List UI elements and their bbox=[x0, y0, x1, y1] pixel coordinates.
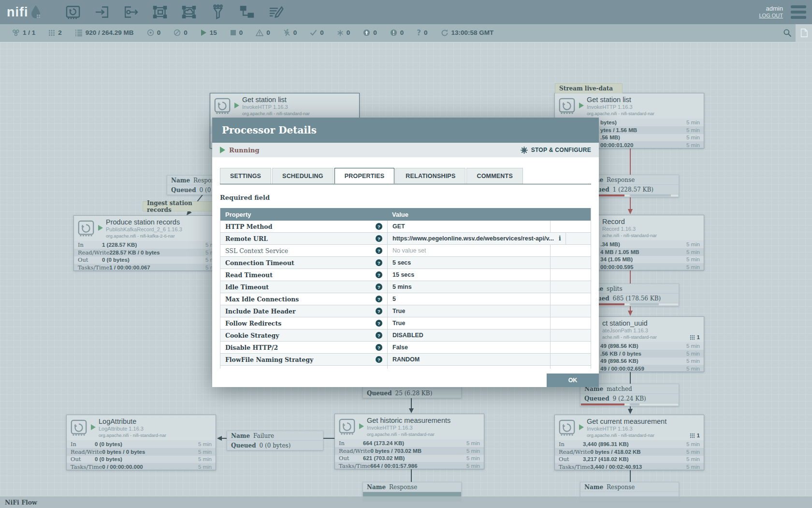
locally-modified-icon bbox=[337, 30, 344, 36]
label-tool-icon[interactable] bbox=[267, 2, 285, 22]
threads-grid-icon bbox=[48, 30, 55, 36]
processor-stat-row: Read/Write228.57 KB / 0 bytes5 min bbox=[74, 249, 223, 256]
value-column-header: Value bbox=[387, 211, 591, 218]
funnel-tool-icon[interactable] bbox=[209, 2, 227, 22]
current-user: admin bbox=[759, 5, 783, 13]
info-icon[interactable]: i bbox=[559, 235, 561, 242]
tab-comments[interactable]: COMMENTS bbox=[466, 168, 523, 184]
property-row: Cookie Strategy ? DISABLED bbox=[220, 329, 591, 342]
processor-tool-icon[interactable] bbox=[64, 2, 82, 22]
processor-stat-row: Tasks/Time0 / 00:00:00.0005 min bbox=[67, 463, 216, 471]
connection-label-row: Queued25 (6.28 KB) bbox=[363, 388, 461, 398]
active-threads-status: 2 bbox=[48, 29, 62, 36]
output-port-tool-icon[interactable] bbox=[122, 2, 140, 22]
property-row: FlowFile Naming Strategy ? RANDOM bbox=[220, 354, 591, 366]
running-indicator-icon bbox=[98, 225, 103, 231]
processor-card-produce-station-records[interactable]: Produce station records PublishKafkaReco… bbox=[73, 215, 223, 271]
status-bar: 1 / 1 2 920 / 264.29 MB 0 0 15 0 0 bbox=[0, 24, 812, 42]
processor-stat-row: In0 (0 bytes)5 min bbox=[67, 440, 216, 448]
not-transmitting-status: 0 bbox=[174, 29, 188, 36]
running-icon bbox=[220, 147, 225, 153]
transmitting-icon bbox=[147, 29, 154, 36]
canvas-label[interactable]: Stream live-data bbox=[555, 83, 623, 93]
help-icon[interactable]: ? bbox=[376, 284, 382, 290]
template-tool-icon[interactable] bbox=[238, 2, 256, 22]
help-icon[interactable]: ? bbox=[376, 356, 382, 363]
invalid-icon bbox=[256, 29, 263, 36]
connection-label-row: NameFailure bbox=[227, 431, 323, 441]
stop-and-configure-button[interactable]: STOP & CONFIGURE bbox=[520, 146, 591, 154]
cluster-status: 1 / 1 bbox=[12, 29, 35, 37]
stopped-status: 0 bbox=[230, 29, 243, 36]
disabled-status: 0 bbox=[283, 29, 297, 36]
processor-card-get-historic-measurements[interactable]: Get historic measurements InvokeHTTP 1.1… bbox=[334, 414, 484, 469]
help-icon[interactable]: ? bbox=[376, 223, 382, 230]
queued-list-icon bbox=[75, 29, 83, 36]
property-row: Include Date Header ? True bbox=[220, 305, 591, 317]
help-icon[interactable]: ? bbox=[376, 308, 382, 314]
dialog-tabs: SETTINGSSCHEDULINGPROPERTIESRELATIONSHIP… bbox=[220, 168, 591, 184]
clipped-property-row bbox=[220, 366, 591, 369]
active-threads-badge: 1 bbox=[690, 433, 700, 438]
search-icon[interactable] bbox=[779, 24, 796, 42]
global-menu-icon[interactable] bbox=[791, 5, 806, 19]
processor-stat-row: In3,440 (896.31 KB)5 min bbox=[555, 440, 704, 448]
properties-table-header: Property Value bbox=[220, 208, 591, 221]
gear-icon bbox=[520, 146, 528, 154]
property-row: Follow Redirects ? True bbox=[220, 317, 591, 329]
help-icon[interactable]: ? bbox=[376, 320, 382, 327]
dialog-header: Processor Details bbox=[212, 118, 599, 143]
property-row: Max Idle Connections ? 5 bbox=[220, 293, 591, 305]
component-toolbar bbox=[64, 2, 285, 22]
stale-icon bbox=[363, 29, 370, 36]
connection-arrow bbox=[628, 409, 633, 414]
help-icon[interactable]: ? bbox=[376, 296, 382, 302]
property-row: Disable HTTP/2 ? False bbox=[220, 342, 591, 354]
app-header: nifi admin LOG OUT bbox=[0, 0, 812, 24]
help-icon[interactable]: ? bbox=[376, 235, 382, 242]
queued-status: 920 / 264.29 MB bbox=[75, 29, 134, 36]
input-port-tool-icon[interactable] bbox=[93, 2, 111, 22]
process-group-tool-icon[interactable] bbox=[151, 2, 169, 22]
tab-relationships[interactable]: RELATIONSHIPS bbox=[395, 168, 465, 184]
connection-arrow bbox=[628, 311, 633, 316]
property-column-header: Property bbox=[220, 211, 387, 218]
tab-properties[interactable]: PROPERTIES bbox=[334, 168, 395, 184]
processor-card-get-current-measurement[interactable]: Get current measurement InvokeHTTP 1.16.… bbox=[554, 415, 704, 470]
nifi-logo-text: nifi bbox=[7, 6, 29, 19]
breadcrumb[interactable]: NiFi Flow bbox=[5, 499, 37, 506]
tab-settings[interactable]: SETTINGS bbox=[220, 168, 271, 184]
properties-table: Property Value HTTP Method ? GET Remote … bbox=[220, 208, 591, 369]
connection-label-row: NameResponse bbox=[363, 482, 461, 492]
disabled-icon bbox=[283, 29, 290, 36]
ok-button[interactable]: OK bbox=[547, 374, 599, 387]
canvas-label[interactable]: Ingest station records bbox=[143, 201, 213, 211]
invalid-status: 0 bbox=[256, 29, 270, 36]
sync-failure-status: ? 0 bbox=[417, 29, 427, 37]
locally-modified-stale-icon bbox=[390, 29, 397, 36]
bulletin-doc-button[interactable] bbox=[796, 24, 812, 42]
logout-link[interactable]: LOG OUT bbox=[759, 13, 783, 19]
processor-stat-row: Read/Write0 bytes / 418.02 KB5 min bbox=[555, 448, 704, 456]
connection-label-failure[interactable]: NameFailureQueued0 (0 bytes) bbox=[227, 431, 323, 450]
help-icon[interactable]: ? bbox=[376, 332, 382, 339]
tab-scheduling[interactable]: SCHEDULING bbox=[272, 168, 334, 184]
connection-label-matched[interactable]: NamematchedQueued9 (2.24 KB) bbox=[580, 384, 679, 406]
help-icon[interactable]: ? bbox=[376, 247, 382, 254]
locally-modified-status: 0 bbox=[337, 29, 350, 36]
help-icon[interactable]: ? bbox=[376, 344, 382, 351]
processor-stat-row: In1 (228.57 KB)5 min bbox=[74, 241, 223, 249]
processor-stat-row: Tasks/Time1 / 00:00:00.0675 min bbox=[74, 264, 223, 271]
processor-card-log-attribute[interactable]: LogAttribute LogAttribute 1.16.3 org.apa… bbox=[66, 415, 216, 470]
nifi-logo: nifi bbox=[7, 5, 57, 19]
connection-arrow bbox=[217, 436, 222, 441]
breadcrumb-bar: NiFi Flow bbox=[0, 496, 812, 508]
processor-icon bbox=[77, 220, 95, 239]
connection-label-row: Queued9 (2.24 KB) bbox=[580, 394, 679, 403]
help-icon[interactable]: ? bbox=[376, 259, 382, 266]
processor-stat-row: Out0 (0 bytes)5 min bbox=[74, 256, 223, 264]
property-row: SSL Context Service ? No value set bbox=[220, 245, 591, 257]
help-icon[interactable]: ? bbox=[376, 271, 382, 278]
remote-process-group-tool-icon[interactable] bbox=[180, 2, 198, 22]
up-to-date-icon bbox=[310, 30, 317, 36]
